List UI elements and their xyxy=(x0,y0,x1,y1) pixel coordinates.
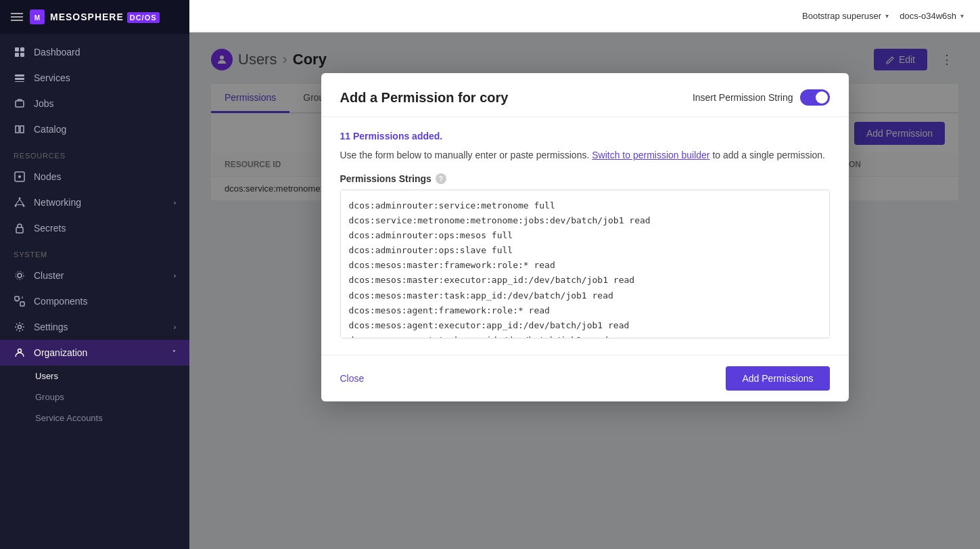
svg-rect-4 xyxy=(15,53,19,57)
sidebar-subitem-service-accounts[interactable]: Service Accounts xyxy=(35,408,189,429)
components-icon xyxy=(14,295,26,307)
svg-point-12 xyxy=(19,198,21,200)
sidebar-item-label: Settings xyxy=(34,322,68,332)
sidebar-item-label: Networking xyxy=(34,197,81,208)
sidebar-item-label: Cluster xyxy=(34,270,64,281)
chevron-right-icon: › xyxy=(174,199,176,206)
sidebar-item-label: Secrets xyxy=(34,223,66,234)
sidebar-item-label: Catalog xyxy=(34,124,66,135)
svg-rect-15 xyxy=(16,227,23,233)
toggle-row: Insert Permission String xyxy=(693,89,830,106)
svg-rect-7 xyxy=(15,78,24,80)
sidebar-item-label: Services xyxy=(34,72,70,83)
sidebar-subitem-label: Groups xyxy=(35,392,64,402)
svg-rect-6 xyxy=(15,74,24,76)
dashboard-icon xyxy=(14,46,26,58)
svg-text:M: M xyxy=(34,14,40,22)
svg-point-21 xyxy=(18,349,22,353)
svg-rect-19 xyxy=(20,302,24,306)
permissions-strings-label: Permissions Strings ? xyxy=(340,173,830,184)
user-chevron-icon: ▾ xyxy=(885,12,889,20)
permissions-added-count: 11 Permissions added. xyxy=(340,131,830,141)
switch-to-builder-link[interactable]: Switch to permission builder xyxy=(592,150,709,160)
sidebar-item-networking[interactable]: Networking › xyxy=(0,190,189,215)
modal-title: Add a Permission for cory xyxy=(340,90,509,106)
sidebar-item-label: Organization xyxy=(34,347,87,358)
sidebar-subitem-groups[interactable]: Groups xyxy=(35,387,189,408)
main-content: Bootstrap superuser ▾ docs-o34w6sh ▾ Use… xyxy=(189,0,980,549)
system-section-label: System xyxy=(0,241,189,263)
mesosphere-logo-icon: M xyxy=(30,9,45,24)
sidebar-item-organization[interactable]: Organization ˅ xyxy=(0,340,189,366)
sidebar-subitem-label: Service Accounts xyxy=(35,413,103,423)
sidebar-item-label: Dashboard xyxy=(34,47,80,58)
hamburger-icon[interactable] xyxy=(11,13,23,21)
cluster-icon xyxy=(14,269,26,282)
bootstrap-user-label: Bootstrap superuser xyxy=(802,11,881,21)
sidebar-item-label: Jobs xyxy=(34,98,54,109)
bootstrap-user-menu[interactable]: Bootstrap superuser ▾ xyxy=(802,11,889,21)
logo-text: MESOSPHERE DC/OS xyxy=(50,12,160,22)
catalog-icon xyxy=(14,123,26,135)
page-content: Users › Cory Edit ⋮ Permissions Group Me… xyxy=(189,32,980,549)
close-button-label: Close xyxy=(340,373,365,384)
add-permissions-button[interactable]: Add Permissions xyxy=(726,366,829,391)
svg-rect-3 xyxy=(20,47,24,51)
org-subnav: Users Groups Service Accounts xyxy=(0,366,189,429)
close-button[interactable]: Close xyxy=(340,368,365,389)
services-icon xyxy=(14,72,26,84)
sidebar-header: M MESOSPHERE DC/OS xyxy=(0,0,189,34)
sidebar-item-nodes[interactable]: Nodes xyxy=(0,164,189,190)
networking-icon xyxy=(14,196,26,208)
svg-rect-18 xyxy=(15,297,19,301)
sidebar-item-secrets[interactable]: Secrets xyxy=(0,215,189,241)
instance-chevron-icon: ▾ xyxy=(960,12,964,20)
chevron-right-icon: › xyxy=(174,272,176,280)
sidebar-item-settings[interactable]: Settings › xyxy=(0,314,189,340)
modal-description: Use the form below to manually enter or … xyxy=(340,148,830,162)
svg-rect-8 xyxy=(15,81,24,82)
sidebar-item-label: Nodes xyxy=(34,171,61,182)
resources-section-label: Resources xyxy=(0,142,189,164)
svg-point-11 xyxy=(18,175,21,178)
sidebar-item-dashboard[interactable]: Dashboard xyxy=(0,39,189,65)
modal-body: 11 Permissions added. Use the form below… xyxy=(321,117,849,355)
modal-overlay: Add a Permission for cory Insert Permiss… xyxy=(189,32,980,549)
modal-header: Add a Permission for cory Insert Permiss… xyxy=(321,73,849,117)
sidebar-navigation: Dashboard Services Jobs Catalog Resource… xyxy=(0,34,189,549)
topbar: Bootstrap superuser ▾ docs-o34w6sh ▾ xyxy=(189,0,980,32)
sidebar-item-label: Components xyxy=(34,296,87,307)
instance-label: docs-o34w6sh xyxy=(900,11,956,21)
logo-badge: DC/OS xyxy=(127,12,160,23)
nodes-icon xyxy=(14,171,26,183)
help-icon[interactable]: ? xyxy=(436,173,446,184)
toggle-label: Insert Permission String xyxy=(693,92,793,103)
secrets-icon xyxy=(14,222,26,234)
permissions-textarea[interactable] xyxy=(340,190,830,338)
svg-rect-2 xyxy=(15,47,19,51)
svg-point-16 xyxy=(18,273,22,278)
add-permission-modal: Add a Permission for cory Insert Permiss… xyxy=(321,73,849,401)
sidebar-subitem-users[interactable]: Users xyxy=(35,366,189,387)
organization-icon xyxy=(14,347,26,359)
add-permissions-label: Add Permissions xyxy=(742,373,813,384)
sidebar-item-services[interactable]: Services xyxy=(0,65,189,91)
description-pre-text: Use the form below to manually enter or … xyxy=(340,150,590,160)
sidebar-item-cluster[interactable]: Cluster › xyxy=(0,263,189,288)
svg-rect-5 xyxy=(20,53,24,57)
insert-permission-toggle[interactable] xyxy=(800,89,830,106)
instance-menu[interactable]: docs-o34w6sh ▾ xyxy=(900,11,964,21)
sidebar-subitem-label: Users xyxy=(35,371,58,381)
description-post-text: to add a single permission. xyxy=(712,150,825,160)
jobs-icon xyxy=(14,97,26,110)
chevron-down-icon: ˅ xyxy=(172,349,176,357)
sidebar: M MESOSPHERE DC/OS Dashboard Services Jo… xyxy=(0,0,189,549)
svg-point-17 xyxy=(16,271,24,280)
sidebar-item-components[interactable]: Components xyxy=(0,288,189,314)
chevron-right-icon: › xyxy=(174,324,176,331)
perm-strings-text: Permissions Strings xyxy=(340,173,431,184)
sidebar-item-jobs[interactable]: Jobs xyxy=(0,91,189,116)
logo: M MESOSPHERE DC/OS xyxy=(30,9,160,24)
svg-point-20 xyxy=(18,326,22,329)
sidebar-item-catalog[interactable]: Catalog xyxy=(0,116,189,142)
